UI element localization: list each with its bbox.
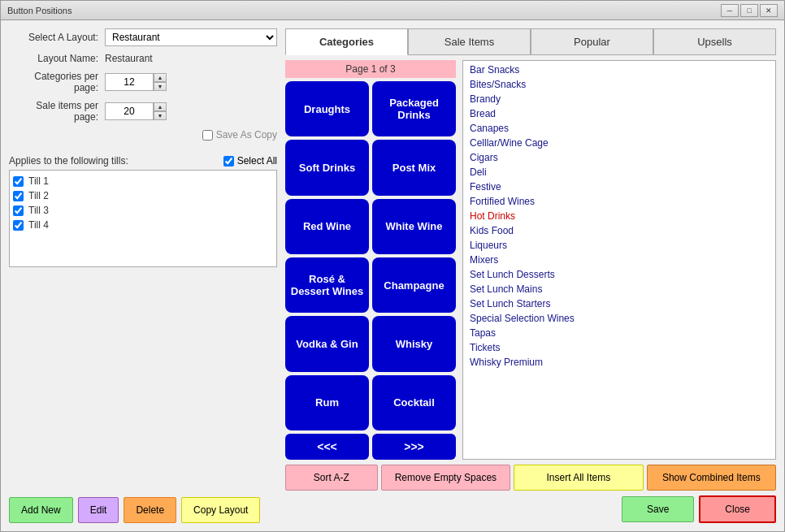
prev-page-button[interactable]: <<< — [285, 434, 369, 460]
list-item[interactable]: Set Lunch Starters — [465, 296, 774, 311]
category-button[interactable]: Packaged Drinks — [372, 81, 456, 136]
select-layout-row: Select A Layout: Restaurant — [9, 28, 277, 46]
category-button[interactable]: Post Mix — [372, 140, 456, 195]
show-combined-button[interactable]: Show Combined Items — [647, 465, 776, 491]
till-checkbox[interactable] — [13, 191, 24, 201]
list-item[interactable]: Celllar/Wine Cage — [465, 136, 774, 150]
list-item[interactable]: Liqueurs — [465, 238, 774, 253]
window-close-button[interactable]: ✕ — [760, 4, 778, 17]
list-item[interactable]: Bites/Snacks — [465, 77, 774, 92]
categories-per-page-spinner-buttons: ▲ ▼ — [154, 73, 167, 91]
copy-layout-button[interactable]: Copy Layout — [181, 497, 260, 523]
categories-per-page-down[interactable]: ▼ — [154, 82, 167, 91]
save-button[interactable]: Save — [622, 496, 694, 522]
window-title: Button Positions — [7, 6, 72, 15]
category-button[interactable]: Cocktail — [372, 375, 456, 430]
category-button[interactable]: White Wine — [372, 199, 456, 254]
tab-sale-items[interactable]: Sale Items — [408, 28, 531, 55]
till-label: Till 2 — [28, 190, 49, 201]
category-button[interactable]: Draughts — [285, 81, 369, 136]
categories-per-page-up[interactable]: ▲ — [154, 73, 167, 82]
next-page-button[interactable]: >>> — [372, 434, 456, 460]
list-item[interactable]: Brandy — [465, 92, 774, 106]
action-buttons: Sort A-Z Remove Empty Spaces Insert All … — [285, 465, 776, 491]
list-item[interactable]: Hot Drinks — [465, 209, 774, 223]
insert-all-button[interactable]: Insert All Items — [514, 465, 643, 491]
select-layout-label: Select A Layout: — [9, 32, 98, 43]
save-as-copy-checkbox[interactable] — [202, 130, 213, 141]
items-list[interactable]: Bar SnacksBites/SnacksBrandyBreadCanapes… — [462, 60, 776, 460]
list-item: Till 3 — [13, 203, 273, 218]
list-item[interactable]: Festive — [465, 179, 774, 194]
delete-button[interactable]: Delete — [124, 497, 176, 523]
sale-items-per-page-down[interactable]: ▼ — [154, 111, 167, 120]
list-item[interactable]: Deli — [465, 165, 774, 179]
sort-az-button[interactable]: Sort A-Z — [285, 465, 378, 491]
till-checkbox[interactable] — [13, 205, 24, 216]
tab-upsells[interactable]: Upsells — [653, 28, 776, 55]
till-label: Till 4 — [28, 219, 49, 231]
tills-list: Till 1Till 2Till 3Till 4 — [9, 170, 277, 267]
sale-items-per-page-input[interactable] — [105, 102, 154, 120]
page-indicator: Page 1 of 3 — [285, 60, 456, 78]
layout-dropdown[interactable]: Restaurant — [105, 28, 277, 46]
category-button[interactable]: Rum — [285, 375, 369, 430]
list-item[interactable]: Bread — [465, 106, 774, 121]
edit-button[interactable]: Edit — [78, 497, 119, 523]
layout-name-label: Layout Name: — [9, 53, 98, 64]
list-item[interactable]: Mixers — [465, 253, 774, 267]
maximize-button[interactable]: □ — [740, 4, 758, 17]
main-content: Select A Layout: Restaurant Layout Name:… — [1, 20, 784, 531]
sale-items-per-page-spinner: ▲ ▼ — [105, 102, 167, 120]
categories-per-page-row: Categories per page: ▲ ▼ — [9, 71, 277, 93]
categories-per-page-spinner: ▲ ▼ — [105, 73, 167, 91]
main-area: Page 1 of 3 DraughtsPackaged DrinksSoft … — [285, 60, 776, 460]
tab-popular[interactable]: Popular — [531, 28, 653, 55]
add-new-button[interactable]: Add New — [9, 497, 73, 523]
select-all-checkbox[interactable] — [223, 156, 234, 167]
list-item: Till 2 — [13, 188, 273, 203]
category-button[interactable]: Soft Drinks — [285, 140, 369, 195]
list-item[interactable]: Cigars — [465, 150, 774, 165]
applies-to-label: Applies to the following tills: — [9, 155, 128, 167]
categories-per-page-label: Categories per page: — [9, 71, 98, 93]
grid-panel: Page 1 of 3 DraughtsPackaged DrinksSoft … — [285, 60, 456, 460]
till-checkbox[interactable] — [13, 220, 24, 231]
category-button[interactable]: Whisky — [372, 316, 456, 371]
list-item[interactable]: Special Selection Wines — [465, 311, 774, 326]
layout-name-row: Layout Name: Restaurant — [9, 53, 277, 64]
till-checkbox[interactable] — [13, 176, 24, 187]
list-item[interactable]: Set Lunch Mains — [465, 282, 774, 296]
list-item[interactable]: Bar Snacks — [465, 63, 774, 77]
title-bar: Button Positions ─ □ ✕ — [1, 1, 784, 20]
list-item[interactable]: Canapes — [465, 121, 774, 136]
remove-empty-button[interactable]: Remove Empty Spaces — [381, 465, 510, 491]
till-label: Till 3 — [28, 205, 49, 216]
close-button[interactable]: Close — [699, 495, 776, 523]
sale-items-per-page-label: Sale items per page: — [9, 100, 98, 123]
layout-name-value: Restaurant — [105, 53, 153, 64]
category-button[interactable]: Red Wine — [285, 199, 369, 254]
nav-buttons: <<< >>> — [285, 434, 456, 460]
list-item[interactable]: Tapas — [465, 326, 774, 340]
select-all-label: Select All — [237, 155, 277, 167]
category-button[interactable]: Champagne — [372, 257, 456, 313]
list-item[interactable]: Set Lunch Desserts — [465, 267, 774, 282]
category-grid: DraughtsPackaged DrinksSoft DrinksPost M… — [285, 81, 456, 430]
list-item[interactable]: Tickets — [465, 340, 774, 355]
title-bar-buttons: ─ □ ✕ — [721, 4, 778, 17]
category-button[interactable]: Rosé & Dessert Wines — [285, 257, 369, 313]
tabs: Categories Sale Items Popular Upsells — [285, 28, 776, 55]
list-item[interactable]: Kids Food — [465, 223, 774, 238]
categories-per-page-input[interactable] — [105, 73, 154, 91]
sale-items-per-page-up[interactable]: ▲ — [154, 102, 167, 111]
list-item: Till 4 — [13, 218, 273, 232]
save-as-copy-label: Save As Copy — [216, 129, 277, 141]
bottom-row-right: Save Close — [285, 495, 776, 523]
minimize-button[interactable]: ─ — [721, 4, 739, 17]
category-button[interactable]: Vodka & Gin — [285, 316, 369, 371]
tab-categories[interactable]: Categories — [285, 28, 408, 55]
list-item[interactable]: Fortified Wines — [465, 194, 774, 209]
list-item: Till 1 — [13, 174, 273, 188]
list-item[interactable]: Whisky Premium — [465, 355, 774, 370]
